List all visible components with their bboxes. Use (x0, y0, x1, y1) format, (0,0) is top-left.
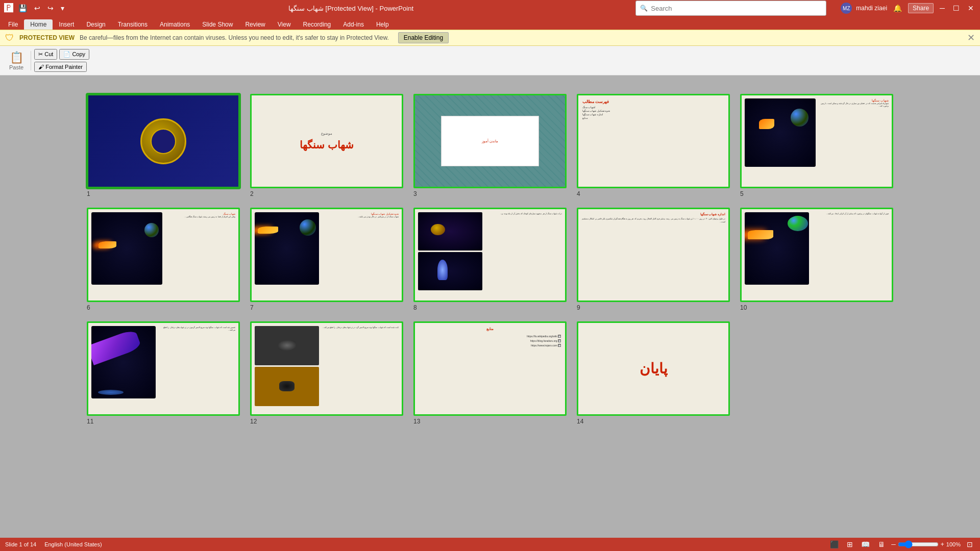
slide4-item3: اندازه شهاب سنگها (582, 113, 603, 116)
slide11-image (91, 326, 156, 411)
zoom-out-icon[interactable]: ─ (891, 541, 896, 548)
slide-cell-11: تضمین شد است که شهاب سنگها بوند سریع الس… (87, 321, 240, 425)
search-input[interactable] (651, 5, 822, 12)
slide-content-11: تضمین شد است که شهاب سنگها بوند سریع الس… (88, 323, 238, 414)
slide9-title: اندازه شهاب سنگها (581, 212, 725, 216)
tab-design[interactable]: Design (80, 19, 111, 30)
tab-insert[interactable]: Insert (53, 19, 80, 30)
slide-label-12: 12 (250, 418, 257, 425)
slide-cell-7: نحوه تشکیل شهاب سنگها شهاب سنگ از در سرت… (250, 208, 403, 311)
slide-thumb-6[interactable]: شهاب سنگ وقتی این اجرام از فضا به زمین م… (87, 208, 240, 302)
slide-thumb-9[interactable]: اندازه شهاب سنگها در طول برجهای اخیر، ۴۰… (577, 208, 730, 302)
slide-cell-14: پایان 14 (577, 321, 730, 425)
slide-content-10: چون از آنها به شهاب سنگهای در برخورد که … (742, 209, 892, 300)
shield-icon: 🛡 (5, 33, 14, 43)
share-button[interactable]: Share (908, 3, 934, 13)
copy-button[interactable]: 📄 Copy (59, 49, 89, 60)
ribbon-content-area: 📋Paste ✂ Cut 📄 Copy 🖌 Format Painter (0, 46, 980, 76)
slide-cell-10: چون از آنها به شهاب سنگهای در برخورد که … (740, 208, 893, 311)
slide-content-12: ثابت شده است که شهاب سنگها بوند سریع الس… (252, 323, 402, 414)
redo-icon[interactable]: ↪ (45, 3, 56, 13)
emblem (140, 118, 186, 164)
app-icon: 🅿 (4, 3, 13, 14)
slide-cell-3: ماندن آموز 3 (413, 94, 567, 197)
slide-content-6: شهاب سنگ وقتی این اجرام از فضا به زمین م… (88, 209, 238, 300)
slide-content-9: اندازه شهاب سنگها در طول برجهای اخیر، ۴۰… (578, 209, 728, 300)
quick-access-toolbar: 🅿 💾 ↩ ↪ ▾ (4, 3, 66, 14)
notifications-icon[interactable]: 🔔 (891, 3, 904, 13)
reading-view-button[interactable]: 📖 (859, 539, 872, 549)
enable-editing-button[interactable]: Enable Editing (398, 32, 449, 43)
slide-sorter-button[interactable]: ⊞ (845, 539, 855, 549)
tab-transitions[interactable]: Transitions (112, 19, 154, 30)
presenter-view-button[interactable]: 🖥 (876, 539, 887, 549)
minimize-button[interactable]: ─ (938, 3, 947, 13)
save-icon[interactable]: 💾 (16, 3, 29, 13)
customize-icon[interactable]: ▾ (59, 3, 66, 13)
tab-file[interactable]: File (2, 19, 24, 30)
tab-slideshow[interactable]: Slide Show (196, 19, 239, 30)
tab-view[interactable]: View (272, 19, 297, 30)
tab-help[interactable]: Help (370, 19, 395, 30)
search-bar[interactable]: 🔍 (635, 1, 826, 16)
slide-thumb-13[interactable]: منابع 🔲 https://fa.wikipedia.org/wiki 🔲 … (413, 321, 567, 416)
slide-thumb-11[interactable]: تضمین شد است که شهاب سنگها بوند سریع الس… (87, 321, 240, 416)
slide-content-14: پایان (578, 323, 728, 414)
slide-cell-12: ثابت شده است که شهاب سنگها بوند سریع الس… (250, 321, 403, 425)
slide-content-4: فهرست مطالب اشهاب سنگ نحوه تشکیل شهاب سن… (578, 95, 728, 187)
slide8-text: ذرات شهاب سنگ از هر مجهود سیاره‌ای کوچک … (484, 212, 562, 297)
user-avatar: MZ (841, 3, 852, 14)
slide6-image (91, 212, 162, 297)
close-button[interactable]: ✕ (966, 3, 976, 13)
slides-panel: 1 موضوع شهاب سنگها 2 مان (0, 76, 980, 538)
slide-thumb-10[interactable]: چون از آنها به شهاب سنگهای در برخورد که … (740, 208, 893, 302)
slide-thumb-12[interactable]: ثابت شده است که شهاب سنگها بوند سریع الس… (250, 321, 403, 416)
slide-content-5: شهاب سنگها شهاریاه اجرامی هست که در فضای… (742, 95, 892, 187)
slide-content-7: نحوه تشکیل شهاب سنگها شهاب سنگ از در سرت… (252, 209, 402, 300)
slide7-image (255, 212, 319, 297)
slide-thumb-14[interactable]: پایان (577, 321, 730, 416)
slide-thumb-7[interactable]: نحوه تشکیل شهاب سنگها شهاب سنگ از در سرت… (250, 208, 403, 302)
slide-thumb-5[interactable]: شهاب سنگها شهاریاه اجرامی هست که در فضای… (740, 94, 893, 188)
emblem-inner (151, 129, 176, 154)
slide-cell-2: موضوع شهاب سنگها 2 (250, 94, 403, 197)
slide-thumb-3[interactable]: ماندن آموز (413, 94, 567, 188)
slide12-images (255, 326, 319, 411)
slide-count: Slide 1 of 14 (5, 541, 36, 547)
zoom-level: 100% (946, 541, 961, 547)
tab-recording[interactable]: Recording (297, 19, 337, 30)
slide-cell-8: ذرات شهاب سنگ از هر مجهود سیاره‌ای کوچک … (413, 208, 567, 311)
user-name: mahdi ziaei (856, 5, 887, 12)
fit-slide-button[interactable]: ⊡ (965, 539, 975, 549)
slide-label-10: 10 (740, 304, 747, 311)
protected-label: PROTECTED VIEW (19, 34, 75, 41)
slide5-text: شهاب سنگها شهاریاه اجرامی هست که در فضای… (818, 98, 889, 184)
slide-label-14: 14 (577, 418, 583, 425)
zoom-slider[interactable] (898, 540, 939, 548)
tab-animations[interactable]: Animations (154, 19, 196, 30)
slide-content-2: موضوع شهاب سنگها (252, 95, 402, 187)
slide13-links: 🔲 https://fa.wikipedia.org/wiki 🔲 https:… (419, 334, 561, 348)
tab-review[interactable]: Review (239, 19, 271, 30)
slide11-text: تضمین شد است که شهاب سنگها بوند سریع الس… (158, 326, 235, 411)
zoom-in-icon[interactable]: + (941, 541, 944, 548)
status-left: Slide 1 of 14 English (United States) (5, 541, 102, 547)
slide-thumb-4[interactable]: فهرست مطالب اشهاب سنگ نحوه تشکیل شهاب سن… (577, 94, 730, 188)
maximize-button[interactable]: ☐ (951, 3, 962, 13)
protected-view-bar: 🛡 PROTECTED VIEW Be careful—files from t… (0, 30, 980, 46)
undo-icon[interactable]: ↩ (32, 3, 42, 13)
normal-view-button[interactable]: ⬛ (828, 539, 841, 549)
window-controls: 🔍 MZ mahdi ziaei 🔔 Share ─ ☐ ✕ (635, 1, 976, 16)
slide-label-9: 9 (577, 304, 580, 311)
paste-button[interactable]: 📋Paste (5, 49, 28, 72)
tab-home[interactable]: Home (24, 19, 53, 30)
slide-thumb-2[interactable]: موضوع شهاب سنگها (250, 94, 403, 188)
slide-thumb-1[interactable] (87, 94, 240, 188)
slide-thumb-8[interactable]: ذرات شهاب سنگ از هر مجهود سیاره‌ای کوچک … (413, 208, 567, 302)
cut-button[interactable]: ✂ Cut (34, 49, 57, 60)
slide-label-4: 4 (577, 190, 580, 197)
protected-close-icon[interactable]: ✕ (967, 32, 975, 43)
tab-addins[interactable]: Add-ins (337, 19, 370, 30)
format-painter-button[interactable]: 🖌 Format Painter (34, 62, 87, 72)
slide-content-3: ماندن آموز (415, 95, 565, 187)
